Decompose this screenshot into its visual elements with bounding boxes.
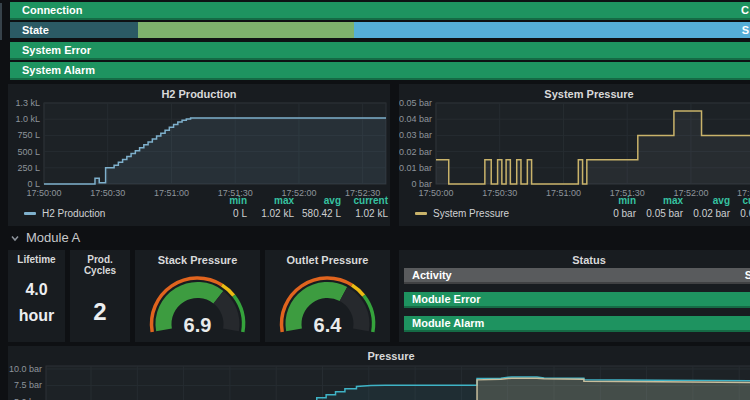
legend-min-value: 0 L <box>200 208 247 219</box>
status-row-connection[interactable]: Connection C <box>10 2 750 20</box>
legend-headers: min max avg current <box>589 195 750 206</box>
legend-header-min[interactable]: min <box>589 195 636 206</box>
left-gutter <box>0 3 2 40</box>
y-tick-label: 0.04 bar <box>399 114 432 124</box>
x-tick-label: 17:51:00 <box>154 188 189 198</box>
legend-header-avg[interactable]: avg <box>294 195 341 206</box>
panel-stack-pressure: Stack Pressure 6.9 <box>135 250 260 342</box>
panel-title[interactable]: Pressure <box>8 346 750 362</box>
status-row-state[interactable]: State S <box>10 22 750 40</box>
legend-header-current[interactable]: current <box>341 195 388 206</box>
y-tick-label: 1.0 kL <box>15 114 40 124</box>
status-row-label: Module Alarm <box>412 316 484 331</box>
prod-cycles-value: 2 <box>70 298 130 326</box>
y-tick-label: 750 L <box>17 130 40 140</box>
legend-current-value: 1.02 kL <box>341 208 388 219</box>
status-row-label: Module Error <box>412 292 480 307</box>
status-row-label: System Alarm <box>22 62 95 79</box>
series-color-dash <box>415 212 427 215</box>
status-row-label: State <box>22 22 49 39</box>
legend-series-toggle[interactable]: System Pressure <box>415 208 509 219</box>
x-tick-label: 17:50:30 <box>482 188 517 198</box>
status-row-module-error[interactable]: Module Error <box>404 292 750 308</box>
panel-title[interactable]: Stack Pressure <box>135 250 260 266</box>
panel-lifetime: Lifetime 4.0 hour <box>8 250 65 342</box>
series-color-dash <box>24 212 36 215</box>
panel-prod-cycles: Prod. Cycles 2 <box>70 250 130 342</box>
timeline-segment[interactable] <box>354 22 750 38</box>
y-tick-label: 0.03 bar <box>399 130 432 140</box>
series-name: H2 Production <box>42 208 105 219</box>
panel-outlet-pressure: Outlet Pressure 6.4 <box>265 250 390 342</box>
y-tick-label: 0.01 bar <box>399 163 432 173</box>
y-tick-label: 7.5 bar <box>14 380 42 390</box>
status-row-value: C <box>741 2 749 19</box>
legend-series-toggle[interactable]: H2 Production <box>24 208 105 219</box>
panel-title[interactable]: Status <box>399 250 750 266</box>
panel-title[interactable]: Outlet Pressure <box>265 250 390 266</box>
legend-header-min[interactable]: min <box>200 195 247 206</box>
panel-title[interactable]: Prod. Cycles <box>70 250 130 276</box>
x-tick-label: 17:50:00 <box>26 188 61 198</box>
status-row-value: S <box>745 268 750 283</box>
legend-current-value: 0.03 bar <box>730 208 750 219</box>
y-tick-label: 10.0 bar <box>9 364 42 374</box>
status-row-system-error[interactable]: System Error <box>10 42 750 60</box>
gauge-value: 6.4 <box>265 314 390 337</box>
status-row-system-alarm[interactable]: System Alarm <box>10 62 750 80</box>
legend-header-avg[interactable]: avg <box>683 195 730 206</box>
legend-max-value: 0.05 bar <box>636 208 683 219</box>
status-row-activity[interactable]: Activity S <box>404 268 750 284</box>
chevron-down-icon[interactable] <box>10 233 20 243</box>
series-name: System Pressure <box>433 208 509 219</box>
gauge-value: 6.9 <box>135 314 260 337</box>
panel-module-status: Status Activity S Module Error Module Al… <box>399 250 750 342</box>
panel-pressure: Pressure 10.0 bar7.5 bar5.0 bar2.5 bar <box>8 346 750 400</box>
x-tick-label: 17:51:00 <box>546 188 581 198</box>
status-row-label: Connection <box>22 2 83 19</box>
panel-title[interactable]: System Pressure <box>399 84 750 100</box>
status-row-value: S <box>742 22 749 39</box>
y-tick-label: 0.02 bar <box>399 147 432 157</box>
panel-title[interactable]: H2 Production <box>8 84 390 100</box>
legend-values: 0 bar 0.05 bar 0.02 bar 0.03 bar <box>589 208 750 219</box>
legend-values: 0 L 1.02 kL 580.42 L 1.02 kL <box>200 208 388 219</box>
lifetime-value: 4.0 <box>8 281 65 299</box>
row-title: Module A <box>26 230 80 245</box>
x-tick-label: 17:50:30 <box>90 188 125 198</box>
legend-avg-value: 0.02 bar <box>683 208 730 219</box>
y-tick-label: 500 L <box>17 147 40 157</box>
legend-max-value: 1.02 kL <box>247 208 294 219</box>
legend-header-current[interactable]: current <box>730 195 750 206</box>
y-tick-label: 250 L <box>17 163 40 173</box>
legend-headers: min max avg current <box>200 195 388 206</box>
panel-title[interactable]: Lifetime <box>8 250 65 265</box>
legend-min-value: 0 bar <box>589 208 636 219</box>
legend-avg-value: 580.42 L <box>294 208 341 219</box>
row-header-module-a[interactable]: Module A <box>10 230 80 248</box>
timeline-segment[interactable] <box>138 22 354 38</box>
legend-header-max[interactable]: max <box>247 195 294 206</box>
lifetime-unit: hour <box>8 307 65 325</box>
x-tick-label: 17:50:00 <box>418 188 453 198</box>
status-row-label: System Error <box>22 42 91 59</box>
status-row-label: Activity <box>412 268 452 283</box>
grafana-dashboard: Connection C State S System Error System… <box>0 0 750 400</box>
panel-system-pressure: System Pressure 0 bar0.01 bar0.02 bar0.0… <box>399 84 750 226</box>
legend-header-max[interactable]: max <box>636 195 683 206</box>
status-row-module-alarm[interactable]: Module Alarm <box>404 316 750 332</box>
panel-h2-production: H2 Production 0 L250 L500 L750 L1.0 kL1.… <box>8 84 390 226</box>
